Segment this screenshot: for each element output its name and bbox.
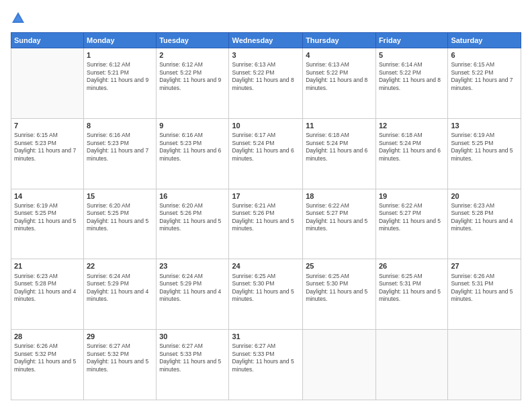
day-number: 28 [14,332,81,341]
day-info: Sunrise: 6:27 AM Sunset: 5:33 PM Dayligh… [159,342,226,373]
day-info: Sunrise: 6:17 AM Sunset: 5:24 PM Dayligh… [232,132,300,163]
day-cell: 5Sunrise: 6:14 AM Sunset: 5:22 PM Daylig… [375,48,447,119]
day-info: Sunrise: 6:20 AM Sunset: 5:26 PM Dayligh… [159,202,226,233]
day-info: Sunrise: 6:16 AM Sunset: 5:23 PM Dayligh… [159,132,226,163]
day-cell: 18Sunrise: 6:22 AM Sunset: 5:27 PM Dayli… [303,189,376,259]
day-cell: 26Sunrise: 6:25 AM Sunset: 5:31 PM Dayli… [375,259,447,330]
day-header-friday: Friday [375,33,447,48]
day-number: 1 [87,50,153,60]
day-number: 29 [87,332,153,341]
week-row-2: 14Sunrise: 6:19 AM Sunset: 5:25 PM Dayli… [11,189,521,259]
day-cell: 22Sunrise: 6:24 AM Sunset: 5:29 PM Dayli… [84,259,157,330]
day-info: Sunrise: 6:26 AM Sunset: 5:32 PM Dayligh… [14,342,81,373]
day-header-tuesday: Tuesday [157,33,229,48]
day-number: 20 [451,191,518,201]
day-cell: 8Sunrise: 6:16 AM Sunset: 5:23 PM Daylig… [84,118,157,189]
day-cell: 21Sunrise: 6:23 AM Sunset: 5:28 PM Dayli… [11,259,84,330]
day-cell: 13Sunrise: 6:19 AM Sunset: 5:25 PM Dayli… [448,118,521,189]
day-cell: 7Sunrise: 6:15 AM Sunset: 5:23 PM Daylig… [11,118,84,189]
day-info: Sunrise: 6:25 AM Sunset: 5:31 PM Dayligh… [379,273,445,304]
day-cell: 1Sunrise: 6:12 AM Sunset: 5:21 PM Daylig… [84,48,157,119]
day-info: Sunrise: 6:15 AM Sunset: 5:22 PM Dayligh… [451,61,518,92]
day-info: Sunrise: 6:12 AM Sunset: 5:22 PM Dayligh… [159,61,226,92]
day-cell: 23Sunrise: 6:24 AM Sunset: 5:29 PM Dayli… [157,259,229,330]
day-number: 23 [159,261,226,271]
day-number: 30 [159,332,226,341]
day-number: 17 [232,191,300,201]
day-cell [375,330,447,400]
day-cell: 27Sunrise: 6:26 AM Sunset: 5:31 PM Dayli… [448,259,521,330]
day-cell: 10Sunrise: 6:17 AM Sunset: 5:24 PM Dayli… [229,118,303,189]
day-info: Sunrise: 6:27 AM Sunset: 5:32 PM Dayligh… [87,342,153,373]
logo [11,11,28,26]
day-info: Sunrise: 6:24 AM Sunset: 5:29 PM Dayligh… [159,273,226,304]
week-row-3: 21Sunrise: 6:23 AM Sunset: 5:28 PM Dayli… [11,259,521,330]
day-info: Sunrise: 6:27 AM Sunset: 5:33 PM Dayligh… [232,342,300,373]
week-row-4: 28Sunrise: 6:26 AM Sunset: 5:32 PM Dayli… [11,330,521,400]
day-cell: 15Sunrise: 6:20 AM Sunset: 5:25 PM Dayli… [84,189,157,259]
day-info: Sunrise: 6:15 AM Sunset: 5:23 PM Dayligh… [14,132,81,163]
day-number: 22 [87,261,153,271]
day-info: Sunrise: 6:25 AM Sunset: 5:30 PM Dayligh… [306,273,373,304]
day-info: Sunrise: 6:26 AM Sunset: 5:31 PM Dayligh… [451,273,518,304]
logo-icon [11,11,26,26]
day-number: 16 [159,191,226,201]
day-cell: 9Sunrise: 6:16 AM Sunset: 5:23 PM Daylig… [157,118,229,189]
calendar-table: SundayMondayTuesdayWednesdayThursdayFrid… [11,32,521,400]
day-header-sunday: Sunday [11,33,84,48]
day-cell: 30Sunrise: 6:27 AM Sunset: 5:33 PM Dayli… [157,330,229,400]
day-cell [448,330,521,400]
day-number: 15 [87,191,153,201]
day-info: Sunrise: 6:24 AM Sunset: 5:29 PM Dayligh… [87,273,153,304]
day-cell: 29Sunrise: 6:27 AM Sunset: 5:32 PM Dayli… [84,330,157,400]
day-info: Sunrise: 6:19 AM Sunset: 5:25 PM Dayligh… [451,132,518,163]
day-cell: 3Sunrise: 6:13 AM Sunset: 5:22 PM Daylig… [229,48,303,119]
day-number: 8 [87,121,153,130]
day-cell: 25Sunrise: 6:25 AM Sunset: 5:30 PM Dayli… [303,259,376,330]
day-cell: 28Sunrise: 6:26 AM Sunset: 5:32 PM Dayli… [11,330,84,400]
day-header-saturday: Saturday [448,33,521,48]
day-number: 7 [14,121,81,130]
day-info: Sunrise: 6:18 AM Sunset: 5:24 PM Dayligh… [379,132,445,163]
day-number: 11 [306,121,373,130]
day-number: 24 [232,261,300,271]
day-cell: 2Sunrise: 6:12 AM Sunset: 5:22 PM Daylig… [157,48,229,119]
day-info: Sunrise: 6:20 AM Sunset: 5:25 PM Dayligh… [87,202,153,233]
day-info: Sunrise: 6:13 AM Sunset: 5:22 PM Dayligh… [232,61,300,92]
day-number: 18 [306,191,373,201]
day-cell [11,48,84,119]
day-info: Sunrise: 6:19 AM Sunset: 5:25 PM Dayligh… [14,202,81,233]
day-number: 27 [451,261,518,271]
day-number: 3 [232,50,300,60]
day-number: 14 [14,191,81,201]
day-cell: 16Sunrise: 6:20 AM Sunset: 5:26 PM Dayli… [157,189,229,259]
day-number: 4 [306,50,373,60]
day-cell: 17Sunrise: 6:21 AM Sunset: 5:26 PM Dayli… [229,189,303,259]
page: SundayMondayTuesdayWednesdayThursdayFrid… [0,0,532,411]
day-info: Sunrise: 6:25 AM Sunset: 5:30 PM Dayligh… [232,273,300,304]
day-info: Sunrise: 6:22 AM Sunset: 5:27 PM Dayligh… [379,202,445,233]
day-info: Sunrise: 6:22 AM Sunset: 5:27 PM Dayligh… [306,202,373,233]
header [11,11,521,26]
day-number: 26 [379,261,445,271]
day-number: 9 [159,121,226,130]
day-number: 21 [14,261,81,271]
day-info: Sunrise: 6:16 AM Sunset: 5:23 PM Dayligh… [87,132,153,163]
day-cell: 14Sunrise: 6:19 AM Sunset: 5:25 PM Dayli… [11,189,84,259]
day-number: 31 [232,332,300,341]
day-info: Sunrise: 6:23 AM Sunset: 5:28 PM Dayligh… [14,273,81,304]
day-number: 12 [379,121,445,130]
day-cell: 12Sunrise: 6:18 AM Sunset: 5:24 PM Dayli… [375,118,447,189]
days-header-row: SundayMondayTuesdayWednesdayThursdayFrid… [11,33,521,48]
day-cell: 24Sunrise: 6:25 AM Sunset: 5:30 PM Dayli… [229,259,303,330]
day-info: Sunrise: 6:14 AM Sunset: 5:22 PM Dayligh… [379,61,445,92]
day-info: Sunrise: 6:13 AM Sunset: 5:22 PM Dayligh… [306,61,373,92]
week-row-0: 1Sunrise: 6:12 AM Sunset: 5:21 PM Daylig… [11,48,521,119]
day-cell [303,330,376,400]
day-number: 2 [159,50,226,60]
day-number: 6 [451,50,518,60]
day-number: 13 [451,121,518,130]
day-header-monday: Monday [84,33,157,48]
day-info: Sunrise: 6:18 AM Sunset: 5:24 PM Dayligh… [306,132,373,163]
day-cell: 20Sunrise: 6:23 AM Sunset: 5:28 PM Dayli… [448,189,521,259]
